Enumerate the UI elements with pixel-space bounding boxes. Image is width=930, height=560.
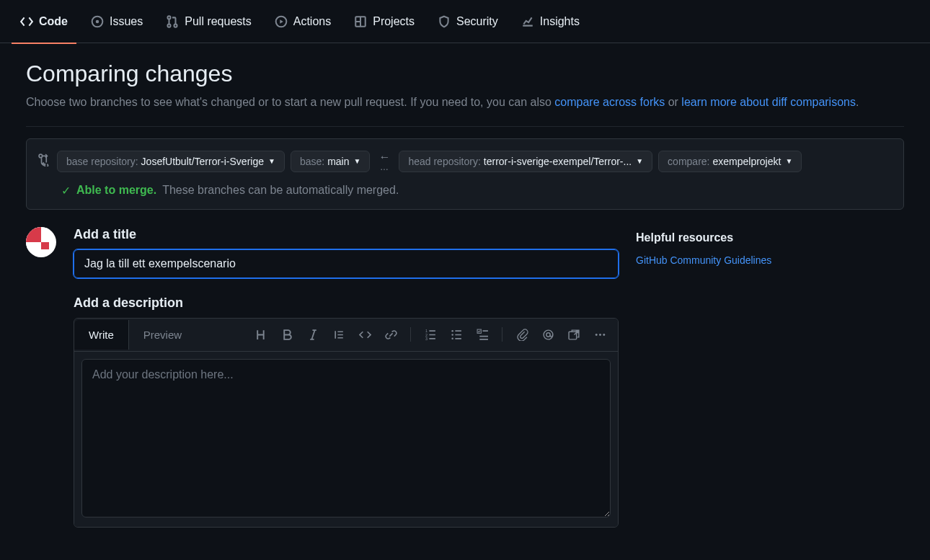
svg-point-17: [595, 334, 597, 336]
head-repo-select[interactable]: head repository: terror-i-sverige-exempe…: [399, 151, 652, 172]
svg-point-18: [599, 334, 601, 336]
svg-point-12: [451, 337, 453, 339]
nav-actions-label: Actions: [293, 15, 331, 28]
svg-point-4: [174, 24, 177, 27]
nav-projects-label: Projects: [373, 15, 415, 28]
nav-issues-label: Issues: [110, 15, 143, 28]
svg-text:3: 3: [425, 337, 428, 341]
heading-button[interactable]: [254, 328, 267, 341]
nav-projects[interactable]: Projects: [345, 0, 423, 43]
editor-tabs: Write Preview 123: [74, 319, 618, 352]
quote-button[interactable]: [332, 328, 345, 341]
svg-point-2: [168, 16, 171, 19]
mention-button[interactable]: [541, 328, 554, 341]
editor-body: [74, 352, 618, 527]
description-editor: Write Preview 123: [74, 318, 619, 528]
description-textarea[interactable]: [81, 359, 611, 517]
kebab-button[interactable]: [593, 328, 606, 341]
divider: [26, 126, 904, 127]
nav-code-label: Code: [39, 15, 68, 28]
nav-pulls[interactable]: Pull requests: [157, 0, 260, 43]
sidebar: Helpful resources GitHub Community Guide…: [636, 227, 852, 528]
issue-icon: [91, 15, 104, 28]
page-title: Comparing changes: [26, 61, 904, 87]
svg-point-11: [451, 334, 453, 336]
nav-actions[interactable]: Actions: [266, 0, 340, 43]
code-button[interactable]: [358, 328, 371, 341]
attach-button[interactable]: [515, 328, 528, 341]
link-button[interactable]: [384, 328, 397, 341]
caret-down-icon: ▼: [636, 157, 643, 165]
bold-button[interactable]: [280, 328, 293, 341]
merge-detail-text: These branches can be automatically merg…: [162, 184, 399, 197]
svg-point-14: [544, 330, 553, 339]
nav-insights[interactable]: Insights: [513, 0, 588, 43]
learn-diff-link[interactable]: learn more about diff comparisons: [681, 96, 856, 108]
check-icon: ✓: [61, 184, 71, 197]
nav-pulls-label: Pull requests: [185, 15, 252, 28]
tab-preview[interactable]: Preview: [129, 320, 197, 350]
caret-down-icon: ▼: [354, 157, 361, 165]
editor-toolbar: 123: [243, 327, 618, 342]
insights-icon: [521, 15, 534, 28]
nav-issues[interactable]: Issues: [82, 0, 151, 43]
svg-point-10: [451, 330, 453, 332]
merge-status: ✓ Able to merge. These branches can be a…: [38, 184, 892, 197]
arrow-left-icon: ← …: [376, 151, 393, 172]
svg-point-19: [603, 334, 605, 336]
sidebar-heading: Helpful resources: [636, 231, 852, 244]
security-icon: [438, 15, 451, 28]
avatar[interactable]: [26, 227, 56, 257]
nav-security-label: Security: [456, 15, 498, 28]
git-compare-icon: [38, 154, 51, 169]
toolbar-separator: [502, 327, 502, 342]
toolbar-separator: [410, 327, 411, 342]
compare-branch-select[interactable]: compare: exempelprojekt ▼: [658, 151, 802, 172]
nav-code[interactable]: Code: [12, 0, 76, 43]
ordered-list-button[interactable]: 123: [424, 328, 437, 341]
cross-reference-button[interactable]: [567, 328, 580, 341]
svg-rect-16: [569, 332, 577, 339]
title-input[interactable]: [74, 249, 619, 278]
merge-able-text: Able to merge.: [76, 184, 156, 197]
svg-point-1: [96, 19, 99, 23]
pull-request-icon: [166, 15, 179, 28]
pr-form: Add a title Add a description Write Prev…: [26, 227, 904, 528]
compare-box: base repository: JosefUtbult/Terror-i-Sv…: [26, 138, 904, 210]
base-repo-select[interactable]: base repository: JosefUtbult/Terror-i-Sv…: [57, 151, 285, 172]
nav-security[interactable]: Security: [429, 0, 507, 43]
svg-point-3: [168, 24, 171, 27]
svg-point-15: [546, 332, 549, 336]
compare-forks-link[interactable]: compare across forks: [554, 96, 665, 108]
repo-nav: Code Issues Pull requests Actions Projec…: [0, 0, 930, 43]
caret-down-icon: ▼: [268, 157, 275, 165]
caret-down-icon: ▼: [785, 157, 792, 165]
italic-button[interactable]: [306, 328, 319, 341]
actions-icon: [275, 15, 288, 28]
title-label: Add a title: [74, 227, 619, 242]
code-icon: [20, 15, 33, 28]
tab-write[interactable]: Write: [74, 320, 129, 350]
projects-icon: [354, 15, 367, 28]
page-subtitle: Choose two branches to see what's change…: [26, 93, 904, 112]
unordered-list-button[interactable]: [450, 328, 463, 341]
community-guidelines-link[interactable]: GitHub Community Guidelines: [636, 254, 771, 266]
task-list-button[interactable]: [476, 328, 489, 341]
base-branch-select[interactable]: base: main ▼: [291, 151, 371, 172]
description-label: Add a description: [74, 295, 619, 311]
nav-insights-label: Insights: [540, 15, 580, 28]
compare-row: base repository: JosefUtbult/Terror-i-Sv…: [38, 151, 892, 172]
